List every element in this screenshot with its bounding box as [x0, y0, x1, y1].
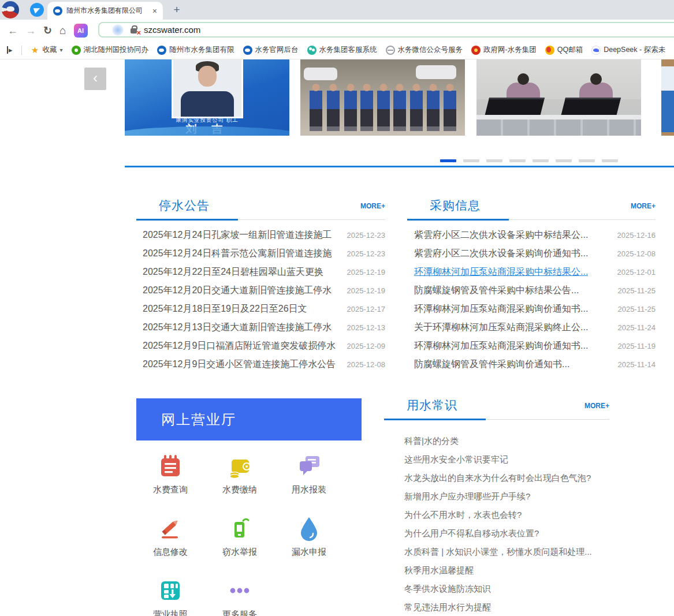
- carousel-slide-employee-card[interactable]: 康润实业投资公司 职工 刘 吉: [125, 59, 289, 136]
- header-underline: [238, 219, 385, 220]
- header-underline: [407, 219, 509, 221]
- grid-download-icon: [157, 577, 184, 604]
- bookmark-favicon-icon: [471, 46, 481, 55]
- carousel-dot[interactable]: [463, 159, 479, 162]
- bookmark-item[interactable]: 水务集团客服系统: [307, 45, 377, 55]
- news-link[interactable]: 2025年12月18日至19日及22日至26日文: [143, 303, 307, 315]
- home-button[interactable]: [59, 25, 66, 36]
- knowledge-link[interactable]: 秋季用水温馨提醒: [404, 565, 474, 576]
- carousel-dot[interactable]: [579, 159, 595, 162]
- browser-logo-icon: [2, 1, 19, 18]
- forward-button[interactable]: [25, 25, 36, 36]
- active-tab[interactable]: 随州市水务集团有限公司 ×: [47, 2, 163, 20]
- news-date: 2025-12-19: [347, 286, 386, 295]
- chat-icon: [295, 452, 323, 480]
- extension-glow-icon[interactable]: [112, 24, 124, 36]
- news-date: 2025-12-08: [617, 249, 656, 258]
- knowledge-link[interactable]: 为什么不用水时，水表也会转?: [404, 510, 522, 521]
- carousel-slide-group-photo[interactable]: [300, 59, 465, 136]
- tab-favicon-icon: [53, 6, 62, 16]
- service-item[interactable]: 漏水申报: [274, 514, 344, 577]
- news-link[interactable]: 防腐螺旋钢管及管件采购中标结果公告...: [414, 285, 579, 297]
- knowledge-link[interactable]: 冬季供水设施防冻知识: [404, 584, 491, 595]
- carousel-dot[interactable]: [440, 159, 456, 162]
- online-hall-banner[interactable]: 网上营业厅: [136, 398, 362, 440]
- knowledge-link[interactable]: 常见违法用水行为提醒: [404, 602, 491, 613]
- carousel-dot[interactable]: [509, 159, 526, 162]
- knowledge-link[interactable]: 为什么用户不得私自移动水表位置?: [404, 528, 539, 539]
- news-link[interactable]: 2025年12月9日交通小区管道连接施工停水公告: [143, 359, 336, 371]
- bookmark-item[interactable]: 水务微信公众号服务: [386, 45, 463, 55]
- news-link[interactable]: 紫雲府小区二次供水设备采购询价通知书...: [414, 248, 588, 260]
- back-button[interactable]: [8, 25, 18, 36]
- news-row: 2025年12月22日至24日碧桂园翠山蓝天更换 2025-12-19: [143, 263, 385, 281]
- news-row: 2025年12月24日孔家坡一组新旧管道连接施工 2025-12-23: [143, 226, 385, 244]
- outage-more-link[interactable]: MORE+: [360, 202, 385, 210]
- service-item[interactable]: 用水报装: [274, 452, 344, 514]
- chevron-down-icon: [60, 47, 63, 53]
- photo-detail: [198, 66, 217, 87]
- service-item[interactable]: 窃水举报: [205, 514, 274, 577]
- knowledge-more-link[interactable]: MORE+: [584, 402, 609, 410]
- carousel-prev-button[interactable]: [84, 68, 106, 90]
- section-divider: [125, 166, 674, 167]
- procurement-more-link[interactable]: MORE+: [631, 202, 656, 210]
- news-date: 2025-12-19: [347, 268, 386, 277]
- knowledge-row: 科普|水的分类: [404, 432, 612, 450]
- bookmark-favicon-icon: [545, 46, 554, 55]
- procurement-title: 采购信息: [430, 197, 481, 214]
- news-link[interactable]: 防腐螺旋钢管及管件采购询价通知书...: [414, 359, 569, 371]
- address-bar[interactable]: szcswater.com: [98, 22, 674, 38]
- service-item[interactable]: 水费查询: [136, 452, 205, 514]
- news-link[interactable]: 环潭柳林河加压泵站商混采购中标结果公...: [414, 266, 588, 278]
- news-link[interactable]: 关于环潭柳林河加压泵站商混采购终止公...: [414, 322, 588, 334]
- insecure-lock-icon[interactable]: [131, 28, 137, 33]
- knowledge-link[interactable]: 水质科普 | 水知识小课堂，秒懂水质问题和处理...: [404, 547, 592, 558]
- send-shortcut-icon[interactable]: [30, 3, 44, 17]
- carousel-slide-poster-photo[interactable]: [661, 59, 674, 136]
- news-link[interactable]: 环潭柳林河加压泵站商混采购询价通知书...: [414, 340, 588, 352]
- news-link[interactable]: 2025年12月24日科普示范公寓新旧管道连接施: [143, 248, 332, 260]
- bookmark-item[interactable]: 湖北随州国投协同办: [72, 45, 149, 55]
- bookmark-item[interactable]: QQ邮箱: [545, 45, 583, 55]
- bookmark-item[interactable]: DeepSeek - 探索未: [591, 45, 665, 55]
- news-link[interactable]: 环潭柳林河加压泵站商混采购询价通知书...: [414, 303, 588, 315]
- pencil-icon: [157, 514, 184, 542]
- service-item[interactable]: 营业执照: [136, 577, 205, 616]
- photo-detail: [310, 84, 322, 131]
- news-link[interactable]: 紫雲府小区二次供水设备采购中标结果公...: [414, 229, 588, 241]
- wallet-icon: [226, 452, 254, 480]
- favorites-menu[interactable]: 收藏: [31, 45, 63, 55]
- knowledge-link[interactable]: 科普|水的分类: [404, 436, 459, 447]
- url-text[interactable]: szcswater.com: [144, 25, 200, 35]
- knowledge-link[interactable]: 水龙头放出的自来水为什么有时会出现白色气泡?: [404, 473, 591, 484]
- service-label: 水费缴纳: [222, 484, 257, 495]
- knowledge-link[interactable]: 这些用水安全小常识要牢记: [404, 454, 508, 465]
- carousel-dot[interactable]: [533, 159, 549, 162]
- reload-button[interactable]: [43, 25, 52, 36]
- news-link[interactable]: 2025年12月20日交通大道新旧管连接施工停水: [143, 285, 332, 297]
- bookmark-item[interactable]: 水务官网后台: [243, 45, 299, 55]
- bookmark-item[interactable]: 政府网-水务集团: [471, 45, 537, 55]
- service-item[interactable]: 水费缴纳: [205, 452, 274, 514]
- service-label: 信息修改: [153, 547, 188, 558]
- bookmark-item[interactable]: 随州市水务集团有限: [157, 45, 234, 55]
- service-item[interactable]: 信息修改: [136, 514, 205, 577]
- photo-detail: [393, 84, 406, 131]
- sidebar-toggle-icon[interactable]: [7, 46, 13, 54]
- service-item[interactable]: 更多服务: [205, 577, 274, 616]
- news-link[interactable]: 2025年12月24日孔家坡一组新旧管道连接施工: [143, 229, 332, 241]
- new-tab-button[interactable]: [171, 4, 183, 16]
- carousel-dot[interactable]: [486, 159, 502, 162]
- ai-assistant-icon[interactable]: [74, 24, 88, 38]
- carousel-slide-office-photo[interactable]: [476, 59, 641, 136]
- news-link[interactable]: 2025年12月9日口福酒店附近管道突发破损停水: [143, 340, 336, 352]
- news-link[interactable]: 2025年12月22日至24日碧桂园翠山蓝天更换: [143, 266, 323, 278]
- carousel-dot[interactable]: [556, 159, 572, 162]
- knowledge-link[interactable]: 新增用水户应办理哪些开户手续?: [404, 491, 530, 502]
- news-link[interactable]: 2025年12月13日交通大道新旧管连接施工停水: [143, 322, 332, 334]
- browser-window: 随州市水务集团有限公司 × szcswater.com 收藏: [0, 0, 674, 616]
- carousel-dot[interactable]: [602, 159, 618, 162]
- news-date: 2025-12-16: [617, 231, 656, 240]
- tab-close-icon[interactable]: ×: [152, 7, 157, 15]
